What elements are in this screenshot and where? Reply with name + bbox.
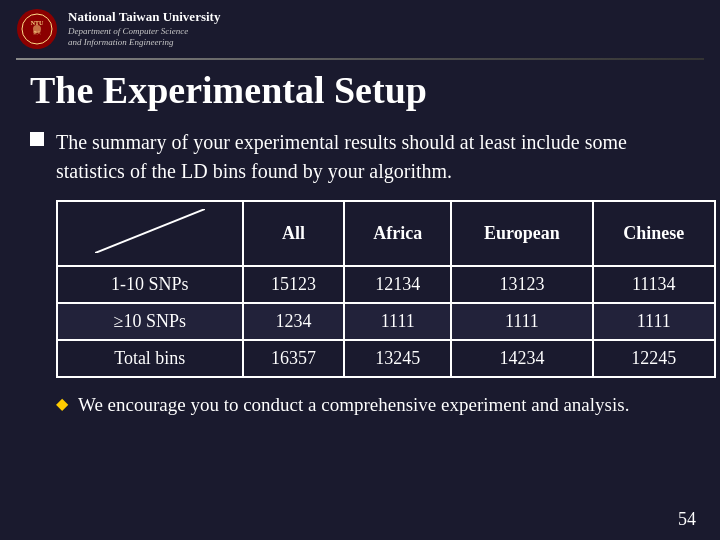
table-header-chinese: Chinese <box>593 201 715 266</box>
row-1-10-all: 15123 <box>243 266 345 303</box>
row-1-10-africa: 12134 <box>344 266 451 303</box>
diagonal-header <box>95 209 205 253</box>
sub-bullet-text: We encourage you to conduct a comprehens… <box>78 392 629 419</box>
bullet-icon <box>30 132 44 146</box>
page-number: 54 <box>678 509 696 530</box>
row-total-africa: 13245 <box>344 340 451 377</box>
department-line1: Department of Computer Science <box>68 26 220 38</box>
university-logo: NTU 臺大 <box>16 8 58 50</box>
header: NTU 臺大 National Taiwan University Depart… <box>0 0 720 58</box>
row-ge10-european: 1111 <box>451 303 592 340</box>
row-1-10-chinese: 11134 <box>593 266 715 303</box>
main-bullet: The summary of your experimental results… <box>30 128 690 186</box>
svg-point-4 <box>33 25 41 33</box>
svg-line-5 <box>95 209 205 253</box>
table-header-all: All <box>243 201 345 266</box>
sub-bullet: ◆ We encourage you to conduct a comprehe… <box>56 392 690 419</box>
main-content: The Experimental Setup The summary of yo… <box>0 60 720 432</box>
row-total-european: 14234 <box>451 340 592 377</box>
data-table-wrapper: All Africa European Chinese 1-10 SNPs 15… <box>56 200 690 378</box>
row-1-10-european: 13123 <box>451 266 592 303</box>
row-total-chinese: 12245 <box>593 340 715 377</box>
university-name: National Taiwan University <box>68 9 220 26</box>
row-label-ge10: ≥10 SNPs <box>57 303 243 340</box>
table-header-empty <box>57 201 243 266</box>
university-info: National Taiwan University Department of… <box>68 9 220 49</box>
row-ge10-chinese: 1111 <box>593 303 715 340</box>
table-row: ≥10 SNPs 1234 1111 1111 1111 <box>57 303 715 340</box>
table-row: Total bins 16357 13245 14234 12245 <box>57 340 715 377</box>
bullet-text: The summary of your experimental results… <box>56 128 690 186</box>
diamond-icon: ◆ <box>56 394 68 413</box>
table-row: 1-10 SNPs 15123 12134 13123 11134 <box>57 266 715 303</box>
table-header-european: European <box>451 201 592 266</box>
row-ge10-all: 1234 <box>243 303 345 340</box>
department-line2: and Information Engineering <box>68 37 220 49</box>
table-header-africa: Africa <box>344 201 451 266</box>
row-ge10-africa: 1111 <box>344 303 451 340</box>
row-label-1-10: 1-10 SNPs <box>57 266 243 303</box>
page-title: The Experimental Setup <box>30 70 690 112</box>
row-total-all: 16357 <box>243 340 345 377</box>
row-label-total: Total bins <box>57 340 243 377</box>
stats-table: All Africa European Chinese 1-10 SNPs 15… <box>56 200 716 378</box>
